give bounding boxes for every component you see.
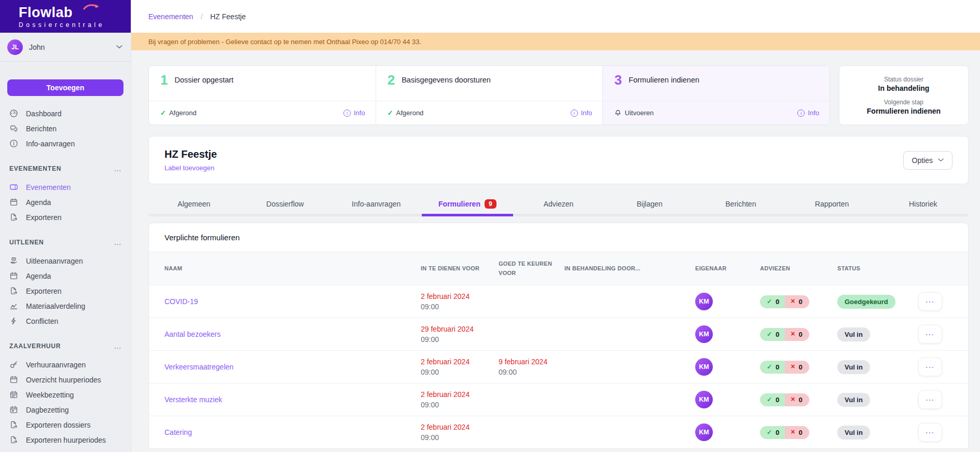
- breadcrumb-current: HZ Feestje: [210, 12, 245, 21]
- owner-avatar: KM: [695, 358, 713, 376]
- sidebar-item-exporteren-uitlenen[interactable]: Exporteren: [0, 283, 131, 298]
- check-icon: ✓: [767, 396, 772, 403]
- approve-time: 09:00: [499, 367, 564, 377]
- table-row[interactable]: Verkeersmaatregelen 2 februari 202409:00…: [149, 350, 968, 383]
- check-icon: ✓: [767, 331, 772, 338]
- user-avatar: JL: [7, 39, 23, 55]
- step-title: Basisgegevens doorsturen: [402, 74, 491, 84]
- sidebar-item-berichten[interactable]: Berichten: [0, 121, 131, 136]
- due-date: 2 februari 2024: [421, 357, 499, 367]
- section-title: EVENEMENTEN: [9, 165, 114, 172]
- form-link[interactable]: Versterkte muziek: [164, 395, 222, 404]
- breadcrumb: Evenementen / HZ Feestje: [148, 12, 246, 21]
- sidebar-item-exporteren-huurperiodes[interactable]: Exporteren huurperiodes: [0, 432, 131, 447]
- sidebar-item-materiaalverdeling[interactable]: Materiaalverdeling: [0, 298, 131, 313]
- sidebar-item-conflicten[interactable]: Conflicten: [0, 313, 131, 328]
- sidebar-item-label: Agenda: [26, 272, 51, 280]
- form-link[interactable]: Aantal bezoekers: [164, 330, 220, 338]
- ticket-icon: [9, 183, 18, 191]
- next-step-label: Volgende stap: [884, 99, 923, 106]
- sidebar-item-label: Evenementen: [26, 183, 71, 191]
- tab-historiek[interactable]: Historiek: [877, 194, 969, 216]
- sidebar-item-agenda-uitlenen[interactable]: Agenda: [0, 268, 131, 283]
- row-actions-button[interactable]: ...: [918, 358, 942, 376]
- row-actions-button[interactable]: ...: [918, 423, 942, 442]
- cross-icon: ×: [791, 364, 795, 369]
- step-status: Uitvoeren: [614, 109, 654, 117]
- breadcrumb-link-evenementen[interactable]: Evenementen: [148, 12, 193, 21]
- info-circle-icon: i: [343, 109, 351, 117]
- sidebar-item-label: Materiaalverdeling: [26, 302, 85, 310]
- form-link[interactable]: Catering: [164, 428, 192, 436]
- sidebar-item-exporteren-evenementen[interactable]: Exporteren: [0, 210, 131, 225]
- content: 1 Dossier opgestart ✓ Afgerond i Info: [131, 50, 980, 452]
- sidebar-item-verhuuraanvragen[interactable]: Verhuuraanvragen: [0, 357, 131, 372]
- owner-avatar: KM: [695, 293, 713, 310]
- table-row[interactable]: COVID-19 2 februari 202409:00 KM ✓0×0 Go…: [149, 285, 968, 318]
- table-row[interactable]: Catering 2 februari 202409:00 KM ✓0×0 Vu…: [149, 416, 968, 448]
- sidebar-item-dashboard[interactable]: Dashboard: [0, 106, 131, 121]
- tab-bijlagen[interactable]: Bijlagen: [604, 194, 695, 216]
- tab-algemeen[interactable]: Algemeen: [148, 194, 240, 216]
- brand-subtitle: Dossiercentrale: [19, 21, 131, 29]
- table-header-row: NAAM IN TE DIENEN VOOR GOED TE KEUREN VO…: [149, 252, 968, 285]
- row-actions-button[interactable]: ...: [918, 390, 942, 409]
- row-actions-button[interactable]: ...: [918, 292, 942, 311]
- tab-formulieren[interactable]: Formulieren9: [422, 194, 513, 216]
- form-link[interactable]: Verkeersmaatregelen: [164, 363, 233, 371]
- step-info-link[interactable]: i Info: [797, 109, 819, 117]
- section-more-button[interactable]: ...: [114, 165, 121, 173]
- sidebar-item-info-aanvragen[interactable]: Info-aanvragen: [0, 136, 131, 151]
- sidebar-item-label: Verhuuraanvragen: [26, 361, 86, 369]
- status-badge: Vul in: [837, 327, 870, 341]
- sidebar-item-weekbezetting[interactable]: Weekbezetting: [0, 387, 131, 402]
- status-badge: Goedgekeurd: [837, 295, 895, 309]
- step-info-link[interactable]: i Info: [571, 109, 592, 117]
- export-icon: [9, 435, 18, 444]
- sidebar-item-dagbezetting[interactable]: Dagbezetting: [0, 402, 131, 417]
- row-actions-button[interactable]: ...: [918, 325, 942, 344]
- forms-table-card: Verplichte formulieren NAAM IN TE DIENEN…: [148, 223, 969, 449]
- sidebar-item-label: Weekbezetting: [26, 391, 74, 399]
- export-icon: [9, 286, 18, 295]
- sidebar-item-uitleenaanvragen[interactable]: Uitleenaanvragen: [0, 253, 131, 268]
- tab-info-aanvragen[interactable]: Info-aanvragen: [330, 194, 422, 216]
- tab-dossierflow[interactable]: Dossierflow: [240, 194, 331, 216]
- tab-adviezen[interactable]: Adviezen: [513, 194, 604, 216]
- owner-avatar: KM: [695, 325, 713, 343]
- status-badge: Vul in: [837, 360, 870, 374]
- export-icon: [9, 213, 18, 222]
- due-time: 09:00: [421, 367, 499, 377]
- form-link[interactable]: COVID-19: [164, 297, 198, 306]
- info-circle-icon: i: [571, 109, 578, 117]
- tab-rapporten[interactable]: Rapporten: [786, 194, 878, 216]
- sidebar-item-exporteren-dossiers[interactable]: Exporteren dossiers: [0, 417, 131, 432]
- section-more-button[interactable]: ...: [114, 239, 121, 246]
- add-label-link[interactable]: Label toevoegen: [164, 164, 217, 172]
- options-button[interactable]: Opties: [903, 151, 953, 170]
- adviezen-pill: ✓0×0: [760, 426, 809, 439]
- sidebar-item-label: Exporteren: [26, 287, 61, 295]
- sidebar-section-zaalverhuur: ZAALVERHUUR ... Verhuuraanvragen Overzic…: [0, 339, 131, 447]
- status-card: Status dossier In behandeling Volgende s…: [839, 65, 969, 125]
- brand-header: Flowlab Dossiercentrale: [0, 0, 131, 33]
- due-time: 09:00: [421, 432, 499, 443]
- chevron-down-icon: [938, 158, 944, 162]
- sidebar-item-agenda-evenementen[interactable]: Agenda: [0, 195, 131, 210]
- brand-arrow-icon: [83, 3, 100, 11]
- topbar: Evenementen / HZ Feestje: [131, 0, 980, 33]
- table-row[interactable]: Versterkte muziek 2 februari 202409:00 K…: [149, 383, 968, 416]
- add-button[interactable]: Toevoegen: [7, 79, 123, 96]
- user-menu[interactable]: JL John: [0, 33, 131, 62]
- section-more-button[interactable]: ...: [114, 343, 121, 350]
- sidebar-item-overzicht-huurperiodes[interactable]: Overzicht huurperiodes: [0, 372, 131, 387]
- tab-berichten[interactable]: Berichten: [695, 194, 786, 216]
- step-status: ✓ Afgerond: [160, 109, 197, 117]
- table-row[interactable]: Aantal bezoekers 29 februari 202409:00 K…: [149, 318, 968, 350]
- sidebar-item-evenementen[interactable]: Evenementen: [0, 180, 131, 195]
- step-info-link[interactable]: i Info: [343, 109, 365, 117]
- info-icon: [9, 139, 18, 148]
- calendar-icon: [9, 198, 18, 207]
- sidebar-item-label: Exporteren dossiers: [26, 421, 91, 429]
- adviezen-pill: ✓0×0: [760, 328, 809, 341]
